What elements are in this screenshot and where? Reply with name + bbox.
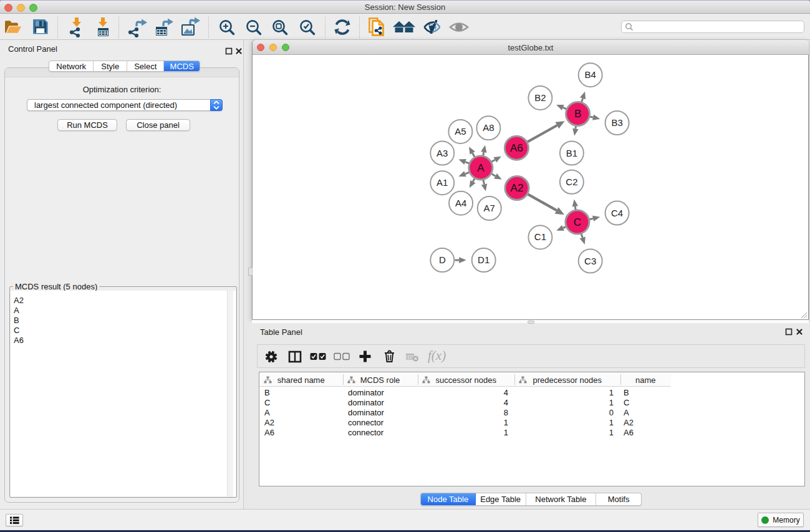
svg-text:A3: A3 [436,148,448,158]
svg-text:B2: B2 [534,92,546,103]
svg-text:A: A [477,162,485,174]
svg-text:C3: C3 [584,256,596,266]
svg-text:B4: B4 [585,69,596,80]
svg-text:C2: C2 [566,177,577,187]
svg-text:C4: C4 [611,208,623,218]
svg-text:B: B [574,108,581,120]
svg-text:C: C [574,216,581,228]
svg-text:A5: A5 [455,126,466,137]
svg-text:A2: A2 [511,182,524,194]
svg-text:D: D [439,254,446,265]
svg-text:D1: D1 [478,254,489,265]
svg-text:A1: A1 [436,177,448,188]
svg-text:B3: B3 [611,117,622,128]
svg-text:A4: A4 [455,198,466,208]
svg-text:A7: A7 [484,203,495,213]
svg-text:A6: A6 [510,142,523,154]
svg-text:B1: B1 [566,148,577,158]
svg-text:A8: A8 [483,122,494,133]
svg-text:C1: C1 [534,231,546,242]
